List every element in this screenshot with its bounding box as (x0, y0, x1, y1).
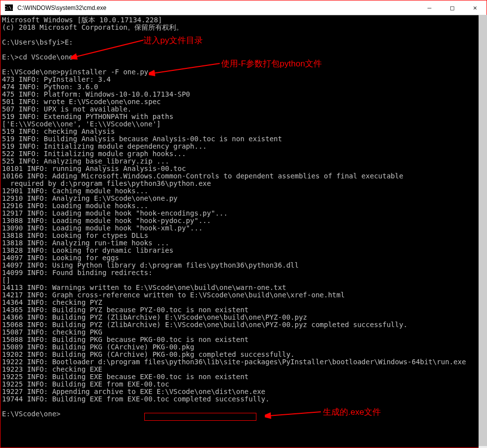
minimize-button[interactable]: — (418, 0, 441, 15)
app-icon-slot: C:\. (0, 4, 17, 11)
cmd-window: C:\. C:\WINDOWS\system32\cmd.exe — □ ✕ M… (0, 0, 487, 448)
scrollbar-thumb[interactable] (479, 15, 487, 446)
window-controls: — □ ✕ (418, 0, 487, 15)
maximize-button[interactable]: □ (441, 0, 464, 15)
cmd-icon: C:\. (5, 4, 13, 11)
titlebar[interactable]: C:\. C:\WINDOWS\system32\cmd.exe — □ ✕ (0, 0, 487, 15)
window-title: C:\WINDOWS\system32\cmd.exe (17, 4, 418, 11)
close-button[interactable]: ✕ (464, 0, 487, 15)
terminal-output[interactable]: Microsoft Windows [版本 10.0.17134.228] (c… (0, 15, 487, 448)
vertical-scrollbar[interactable] (479, 15, 487, 448)
